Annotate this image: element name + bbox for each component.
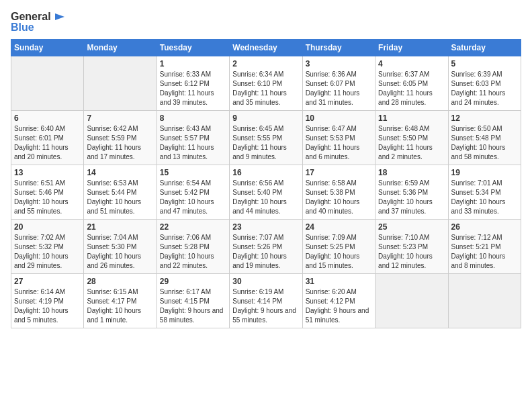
weekday-header: Sunday [11,39,84,56]
calendar-cell: 22Sunrise: 7:06 AM Sunset: 5:28 PM Dayli… [157,219,229,273]
day-info: Sunrise: 7:12 AM Sunset: 5:21 PM Dayligh… [451,233,518,271]
weekday-header: Thursday [302,39,375,56]
calendar-cell [375,273,448,328]
day-info: Sunrise: 6:36 AM Sunset: 6:07 PM Dayligh… [306,70,372,107]
day-info: Sunrise: 6:56 AM Sunset: 5:40 PM Dayligh… [232,179,299,216]
calendar-cell: 28Sunrise: 6:15 AM Sunset: 4:17 PM Dayli… [84,273,157,328]
day-number: 20 [14,222,81,232]
calendar-cell: 15Sunrise: 6:54 AM Sunset: 5:42 PM Dayli… [157,165,229,219]
logo-container: General Blue [11,11,64,34]
day-info: Sunrise: 6:54 AM Sunset: 5:42 PM Dayligh… [160,179,226,216]
weekday-header: Saturday [448,39,521,56]
day-number: 31 [306,277,372,286]
calendar-cell: 7Sunrise: 6:42 AM Sunset: 5:59 PM Daylig… [84,110,157,165]
day-info: Sunrise: 7:04 AM Sunset: 5:30 PM Dayligh… [87,233,153,271]
day-number: 2 [232,59,299,68]
calendar-cell: 1Sunrise: 6:33 AM Sunset: 6:12 PM Daylig… [157,56,229,110]
day-info: Sunrise: 6:50 AM Sunset: 5:48 PM Dayligh… [451,124,518,162]
day-info: Sunrise: 6:37 AM Sunset: 6:05 PM Dayligh… [378,70,445,107]
day-number: 12 [451,113,518,123]
calendar-cell: 18Sunrise: 6:59 AM Sunset: 5:36 PM Dayli… [375,165,448,219]
calendar-cell: 30Sunrise: 6:19 AM Sunset: 4:14 PM Dayli… [230,273,302,328]
day-number: 5 [451,59,518,68]
svg-marker-0 [55,13,64,20]
day-info: Sunrise: 6:39 AM Sunset: 6:03 PM Dayligh… [451,70,518,107]
day-info: Sunrise: 6:14 AM Sunset: 4:19 PM Dayligh… [14,287,81,325]
day-number: 24 [306,222,372,232]
calendar-week-row: 6Sunrise: 6:40 AM Sunset: 6:01 PM Daylig… [11,110,521,165]
day-info: Sunrise: 6:15 AM Sunset: 4:17 PM Dayligh… [87,287,153,325]
calendar-week-row: 1Sunrise: 6:33 AM Sunset: 6:12 PM Daylig… [11,56,521,110]
day-number: 17 [306,168,372,177]
weekday-header: Tuesday [157,39,229,56]
day-info: Sunrise: 7:07 AM Sunset: 5:26 PM Dayligh… [232,233,299,271]
calendar-week-row: 20Sunrise: 7:02 AM Sunset: 5:32 PM Dayli… [11,219,521,273]
calendar-cell: 9Sunrise: 6:45 AM Sunset: 5:55 PM Daylig… [230,110,302,165]
page-header: General Blue [11,11,521,34]
calendar-week-row: 13Sunrise: 6:51 AM Sunset: 5:46 PM Dayli… [11,165,521,219]
calendar-cell: 27Sunrise: 6:14 AM Sunset: 4:19 PM Dayli… [11,273,84,328]
day-number: 29 [160,277,226,286]
day-number: 1 [160,59,226,68]
calendar-cell [84,56,157,110]
calendar-cell [11,56,84,110]
calendar-cell: 20Sunrise: 7:02 AM Sunset: 5:32 PM Dayli… [11,219,84,273]
logo-blue-text: Blue [11,21,64,34]
day-number: 25 [378,222,445,232]
day-number: 13 [14,168,81,177]
day-info: Sunrise: 7:10 AM Sunset: 5:23 PM Dayligh… [378,233,445,271]
day-number: 10 [306,113,372,123]
day-number: 16 [232,168,299,177]
day-info: Sunrise: 7:09 AM Sunset: 5:25 PM Dayligh… [306,233,372,271]
calendar-week-row: 27Sunrise: 6:14 AM Sunset: 4:19 PM Dayli… [11,273,521,328]
day-info: Sunrise: 6:34 AM Sunset: 6:10 PM Dayligh… [232,70,299,107]
day-number: 3 [306,59,372,68]
day-info: Sunrise: 6:20 AM Sunset: 4:12 PM Dayligh… [306,287,372,325]
day-info: Sunrise: 6:59 AM Sunset: 5:36 PM Dayligh… [378,179,445,216]
calendar-cell: 13Sunrise: 6:51 AM Sunset: 5:46 PM Dayli… [11,165,84,219]
calendar-cell: 21Sunrise: 7:04 AM Sunset: 5:30 PM Dayli… [84,219,157,273]
day-number: 14 [87,168,153,177]
calendar-cell: 16Sunrise: 6:56 AM Sunset: 5:40 PM Dayli… [230,165,302,219]
calendar-cell: 11Sunrise: 6:48 AM Sunset: 5:50 PM Dayli… [375,110,448,165]
day-number: 26 [451,222,518,232]
day-info: Sunrise: 6:51 AM Sunset: 5:46 PM Dayligh… [14,179,81,216]
calendar-cell: 4Sunrise: 6:37 AM Sunset: 6:05 PM Daylig… [375,56,448,110]
day-info: Sunrise: 6:48 AM Sunset: 5:50 PM Dayligh… [378,124,445,162]
day-number: 21 [87,222,153,232]
day-number: 23 [232,222,299,232]
calendar-cell: 8Sunrise: 6:43 AM Sunset: 5:57 PM Daylig… [157,110,229,165]
day-number: 19 [451,168,518,177]
calendar-cell [448,273,521,328]
day-info: Sunrise: 6:45 AM Sunset: 5:55 PM Dayligh… [232,124,299,162]
day-info: Sunrise: 6:17 AM Sunset: 4:15 PM Dayligh… [160,287,226,325]
day-info: Sunrise: 6:33 AM Sunset: 6:12 PM Dayligh… [160,70,226,107]
calendar-cell: 3Sunrise: 6:36 AM Sunset: 6:07 PM Daylig… [302,56,375,110]
calendar-table: SundayMondayTuesdayWednesdayThursdayFrid… [11,39,521,328]
calendar-cell: 5Sunrise: 6:39 AM Sunset: 6:03 PM Daylig… [448,56,521,110]
day-number: 28 [87,277,153,286]
calendar-cell: 2Sunrise: 6:34 AM Sunset: 6:10 PM Daylig… [230,56,302,110]
calendar-cell: 10Sunrise: 6:47 AM Sunset: 5:53 PM Dayli… [302,110,375,165]
calendar-cell: 14Sunrise: 6:53 AM Sunset: 5:44 PM Dayli… [84,165,157,219]
calendar-cell: 29Sunrise: 6:17 AM Sunset: 4:15 PM Dayli… [157,273,229,328]
weekday-header: Monday [84,39,157,56]
logo: General Blue [11,11,64,34]
day-info: Sunrise: 6:58 AM Sunset: 5:38 PM Dayligh… [306,179,372,216]
day-number: 15 [160,168,226,177]
day-number: 18 [378,168,445,177]
day-number: 22 [160,222,226,232]
day-info: Sunrise: 7:01 AM Sunset: 5:34 PM Dayligh… [451,179,518,216]
day-number: 7 [87,113,153,123]
day-number: 4 [378,59,445,68]
day-number: 11 [378,113,445,123]
calendar-cell: 17Sunrise: 6:58 AM Sunset: 5:38 PM Dayli… [302,165,375,219]
day-info: Sunrise: 7:02 AM Sunset: 5:32 PM Dayligh… [14,233,81,271]
day-number: 9 [232,113,299,123]
calendar-cell: 6Sunrise: 6:40 AM Sunset: 6:01 PM Daylig… [11,110,84,165]
weekday-header: Friday [375,39,448,56]
day-info: Sunrise: 6:42 AM Sunset: 5:59 PM Dayligh… [87,124,153,162]
calendar-cell: 25Sunrise: 7:10 AM Sunset: 5:23 PM Dayli… [375,219,448,273]
calendar-cell: 31Sunrise: 6:20 AM Sunset: 4:12 PM Dayli… [302,273,375,328]
weekday-header-row: SundayMondayTuesdayWednesdayThursdayFrid… [11,39,521,56]
